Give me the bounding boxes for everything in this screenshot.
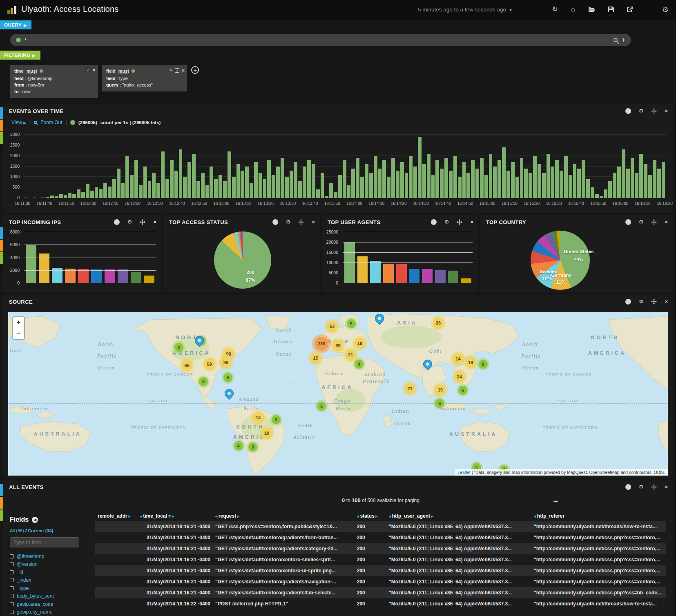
events-bar[interactable]	[259, 173, 262, 198]
events-bar[interactable]	[396, 171, 399, 198]
events-bar[interactable]	[276, 167, 280, 198]
events-bar[interactable]	[444, 158, 448, 198]
events-bar[interactable]	[196, 181, 200, 198]
marker-cluster[interactable]: 38	[219, 355, 233, 370]
events-bar[interactable]	[219, 175, 222, 198]
events-bar[interactable]	[86, 184, 89, 198]
sort-left-icon[interactable]: ◂	[389, 514, 392, 518]
move-icon[interactable]	[651, 219, 657, 225]
events-bar[interactable]	[285, 177, 289, 198]
events-bar[interactable]	[183, 177, 187, 198]
series-legend-dot[interactable]	[70, 120, 75, 125]
query-section-button[interactable]: QUERY▶	[0, 20, 31, 29]
events-bar[interactable]	[77, 189, 80, 198]
filter-enable-checkbox-icon[interactable]: ✓	[175, 68, 179, 73]
events-bar[interactable]	[351, 169, 355, 198]
events-bar[interactable]	[272, 175, 275, 198]
events-bar[interactable]	[489, 154, 493, 198]
events-bar[interactable]	[201, 173, 205, 198]
events-bar[interactable]	[263, 179, 267, 198]
query-input[interactable]	[25, 37, 614, 43]
marker-cluster[interactable]: 19	[433, 382, 448, 397]
events-bar[interactable]	[431, 175, 435, 198]
chart-bar[interactable]	[105, 269, 115, 283]
marker-cluster[interactable]: 24	[452, 369, 467, 384]
marker-cluster[interactable]: 10	[259, 426, 274, 440]
events-bar[interactable]	[187, 162, 191, 198]
events-bar[interactable]	[547, 154, 550, 198]
field-checkbox[interactable]	[10, 562, 14, 566]
events-bar[interactable]	[81, 192, 85, 198]
field-item[interactable]: _id	[10, 568, 91, 576]
events-bar[interactable]	[134, 160, 138, 198]
events-bar[interactable]	[170, 160, 174, 198]
events-bar[interactable]	[290, 171, 293, 198]
events-bar[interactable]	[139, 185, 143, 198]
events-bar[interactable]	[422, 164, 426, 198]
info-icon[interactable]: i	[272, 219, 278, 225]
events-bar[interactable]	[241, 171, 244, 198]
field-item[interactable]: @version	[10, 560, 91, 569]
share-icon[interactable]	[627, 7, 633, 12]
events-bar[interactable]	[484, 175, 488, 198]
events-bar[interactable]	[648, 175, 652, 198]
fields-all-link[interactable]: All (55)	[10, 528, 24, 533]
events-chart[interactable]	[24, 135, 666, 198]
field-checkbox[interactable]	[10, 578, 14, 582]
marker-cluster[interactable]: 66	[180, 358, 194, 373]
close-icon[interactable]: ×	[665, 298, 668, 305]
events-bar[interactable]	[152, 173, 156, 198]
table-row[interactable]: 31/May/2014:18:16:22 -0400"POST /deferre…	[95, 598, 666, 609]
sort-left-icon[interactable]: ◂	[215, 514, 219, 518]
column-header-http_user_agent[interactable]: ◂ http_user_agent ▸	[386, 511, 531, 521]
events-bar[interactable]	[378, 169, 382, 198]
events-bar[interactable]	[360, 177, 364, 198]
marker-cluster[interactable]: 9	[247, 441, 259, 453]
table-row[interactable]: 31/May/2014:18:16:21 -0400"GET /css.php?…	[95, 521, 666, 532]
save-icon[interactable]	[608, 7, 614, 12]
events-bar[interactable]	[644, 164, 647, 198]
folder-open-icon[interactable]	[588, 7, 595, 12]
events-bar[interactable]	[493, 167, 497, 198]
events-bar[interactable]	[475, 169, 479, 198]
info-icon[interactable]: i	[114, 219, 120, 225]
events-bar[interactable]	[307, 160, 311, 198]
events-bar[interactable]	[232, 177, 236, 198]
events-bar[interactable]	[130, 175, 134, 198]
marker-cluster[interactable]: 289	[312, 334, 331, 353]
events-bar[interactable]	[555, 160, 559, 198]
events-bar[interactable]	[343, 160, 346, 198]
events-bar[interactable]	[631, 158, 634, 198]
gear-icon[interactable]: ⚙	[639, 298, 644, 305]
events-bar[interactable]	[608, 181, 612, 198]
fields-current-link[interactable]: Current (34)	[28, 528, 53, 533]
filter-edit-icon[interactable]: ✎	[169, 68, 173, 73]
column-header-remote_addr[interactable]: remote_addr ▸	[95, 511, 137, 521]
events-bar[interactable]	[125, 156, 129, 198]
events-bar[interactable]	[303, 167, 306, 198]
events-bar[interactable]	[653, 160, 656, 198]
events-bar[interactable]	[117, 169, 120, 198]
marker-cluster[interactable]: 4	[232, 440, 245, 452]
events-bar[interactable]	[613, 173, 616, 198]
events-bar[interactable]	[156, 183, 160, 198]
events-bar[interactable]	[365, 164, 368, 198]
events-bar[interactable]	[391, 158, 395, 198]
home-icon[interactable]: ⌂	[571, 5, 575, 13]
close-icon[interactable]: ×	[153, 219, 156, 225]
field-item[interactable]: geoip.area_code	[10, 600, 91, 608]
table-row[interactable]: 31/May/2014:18:16:21 -0400"GET /styles/d…	[95, 554, 666, 565]
table-row[interactable]: 31/May/2014:18:16:21 -0400"GET /styles/d…	[95, 565, 666, 576]
events-bar[interactable]	[400, 162, 404, 198]
info-icon[interactable]: i	[431, 219, 437, 225]
field-checkbox[interactable]	[10, 586, 14, 590]
chart-bar[interactable]	[461, 278, 471, 284]
sort-order-icon[interactable]: ▾	[167, 513, 171, 519]
field-checkbox[interactable]	[10, 602, 14, 606]
field-checkbox[interactable]	[10, 554, 14, 558]
sort-right-icon[interactable]: ▸	[236, 514, 239, 518]
top-country-pie[interactable]: United States44%Sweden10%Germany11%	[480, 227, 673, 292]
events-bar[interactable]	[46, 197, 49, 198]
events-bar[interactable]	[298, 181, 302, 198]
field-item[interactable]: _type	[10, 584, 91, 592]
